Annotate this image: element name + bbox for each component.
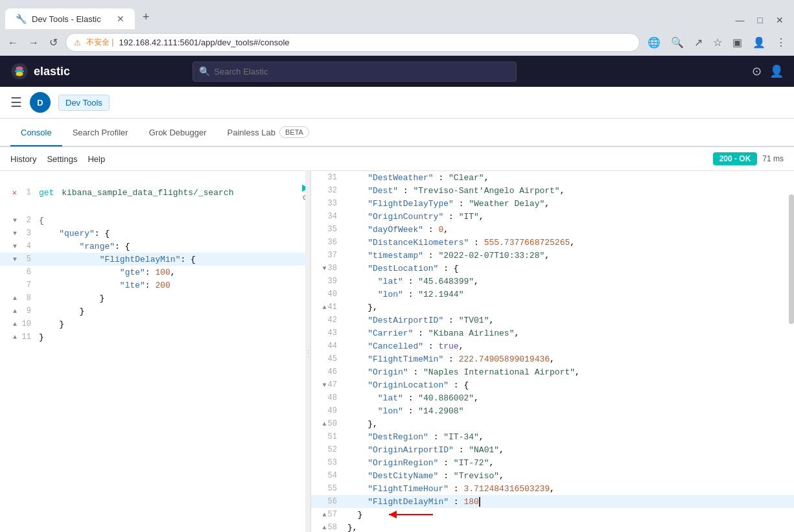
editor-content[interactable]: ✕ 1 get kibana_sample_data_flights/_sear… bbox=[0, 171, 310, 532]
tab-search-profiler[interactable]: Search Profiler bbox=[62, 120, 139, 146]
line-gutter: ▼ 2 bbox=[0, 216, 34, 225]
translate-button[interactable]: 🌐 bbox=[645, 34, 663, 51]
result-gutter: 32 bbox=[311, 186, 342, 195]
line-code: } bbox=[34, 332, 310, 343]
line-number: 9 bbox=[18, 306, 31, 316]
result-line: 46 "Origin" : "Naples International Airp… bbox=[311, 365, 794, 378]
result-line: 34 "OriginCountry" : "IT", bbox=[311, 210, 794, 223]
line-number: 6 bbox=[18, 268, 31, 277]
line-gutter: 6 bbox=[0, 268, 34, 277]
result-code: "DistanceKilometers" : 555.7377668725265… bbox=[342, 237, 794, 248]
line-gutter: ▲ 10 bbox=[0, 319, 34, 329]
result-gutter: ▼47 bbox=[311, 380, 342, 389]
line-gutter: ▼ 3 bbox=[0, 229, 34, 238]
result-line: 54 "DestCityName" : "Treviso", bbox=[311, 469, 794, 482]
bookmark-button[interactable]: ☆ bbox=[710, 34, 725, 51]
result-gutter: 37 bbox=[311, 251, 342, 260]
result-line: 33 "FlightDelayType" : "Weather Delay", bbox=[311, 197, 794, 210]
elastic-search-input[interactable] bbox=[193, 62, 517, 82]
fold-icon[interactable]: ▼ bbox=[13, 230, 17, 237]
results-panel: 31 "DestWeather" : "Clear", 32 "Dest" : … bbox=[311, 171, 794, 532]
sidebar-view-button[interactable]: ▣ bbox=[730, 34, 745, 51]
address-warning-icon: ⚠ bbox=[74, 38, 81, 47]
elastic-logo[interactable]: elastic bbox=[10, 62, 70, 80]
result-gutter: 33 bbox=[311, 199, 342, 208]
address-text: 192.168.42.111:5601/app/dev_tools#/conso… bbox=[119, 38, 289, 47]
new-tab-button[interactable]: + bbox=[135, 5, 158, 29]
editor-line: ▼ 4 "range": { bbox=[0, 240, 310, 253]
line-number: 5 bbox=[18, 255, 31, 264]
result-gutter: 34 bbox=[311, 212, 342, 221]
result-line: 43 "Carrier" : "Kibana Airlines", bbox=[311, 327, 794, 340]
tab-grok-debugger[interactable]: Grok Debugger bbox=[139, 120, 217, 146]
line-number: 8 bbox=[18, 294, 31, 303]
result-gutter: ▲41 bbox=[311, 303, 342, 312]
editor-panel: ✕ 1 get kibana_sample_data_flights/_sear… bbox=[0, 171, 311, 532]
tab-title: Dev Tools - Elastic bbox=[32, 14, 101, 24]
elastic-search-wrap: 🔍 bbox=[193, 62, 517, 82]
result-line: ▲50 }, bbox=[311, 417, 794, 430]
fold-icon[interactable]: ▼ bbox=[13, 217, 17, 224]
maximize-button[interactable]: □ bbox=[753, 14, 768, 27]
result-code: "DestLocation" : { bbox=[342, 263, 794, 274]
fold-icon[interactable]: ▲ bbox=[13, 321, 17, 328]
result-code: "Cancelled" : true, bbox=[342, 341, 794, 352]
profile-button[interactable]: 👤 bbox=[750, 34, 768, 51]
result-line: 51 "DestRegion" : "IT-34", bbox=[311, 430, 794, 443]
result-gutter: ▲57 bbox=[311, 510, 342, 519]
tab-close-button[interactable]: ✕ bbox=[117, 14, 124, 24]
browser-tab[interactable]: 🔧 Dev Tools - Elastic ✕ bbox=[5, 8, 135, 29]
line-gutter: ▼ 5 bbox=[0, 255, 34, 264]
line-gutter: ✕ 1 bbox=[0, 188, 34, 198]
result-gutter: 51 bbox=[311, 432, 342, 441]
result-gutter: 45 bbox=[311, 354, 342, 364]
settings-button[interactable]: Settings bbox=[47, 154, 77, 164]
tab-console[interactable]: Console bbox=[10, 120, 62, 146]
result-code: "DestCityName" : "Treviso", bbox=[342, 470, 794, 481]
zoom-button[interactable]: 🔍 bbox=[668, 34, 686, 51]
user-badge: D bbox=[30, 92, 51, 113]
result-code: "dayOfWeek" : 0, bbox=[342, 224, 794, 235]
editor-line-highlighted: ▼ 5 "FlightDelayMin": { bbox=[0, 253, 310, 266]
result-line: 35 "dayOfWeek" : 0, bbox=[311, 223, 794, 236]
fold-icon[interactable]: ▲ bbox=[13, 334, 17, 341]
result-code: "Dest" : "Treviso-Sant'Angelo Airport", bbox=[342, 185, 794, 196]
user-menu-button[interactable]: 👤 bbox=[769, 64, 784, 78]
result-gutter: 39 bbox=[311, 277, 342, 286]
hamburger-menu-button[interactable]: ☰ bbox=[10, 95, 22, 110]
line-code: "query": { bbox=[34, 228, 310, 239]
history-button[interactable]: History bbox=[10, 154, 36, 164]
fold-icon[interactable]: ▲ bbox=[13, 295, 17, 302]
result-line: 36 "DistanceKilometers" : 555.7377668725… bbox=[311, 236, 794, 249]
address-bar[interactable]: ⚠ 不安全 | 192.168.42.111:5601/app/dev_tool… bbox=[65, 33, 640, 52]
close-window-button[interactable]: ✕ bbox=[771, 14, 789, 27]
fold-icon[interactable]: ▼ bbox=[13, 256, 17, 263]
share-button[interactable]: ↗ bbox=[692, 34, 705, 51]
nav-forward-button[interactable]: → bbox=[26, 34, 41, 51]
result-line: 44 "Cancelled" : true, bbox=[311, 340, 794, 353]
result-gutter: 36 bbox=[311, 238, 342, 247]
status-badge: 200 - OK bbox=[713, 152, 758, 165]
status-time: 71 ms bbox=[762, 154, 784, 163]
panel-divider[interactable]: ⋮ bbox=[305, 171, 310, 532]
line-code: } bbox=[34, 306, 310, 317]
result-gutter: 46 bbox=[311, 367, 342, 376]
line-number: 10 bbox=[18, 319, 31, 329]
result-code: "OriginAirportID" : "NA01", bbox=[342, 445, 794, 456]
results-content[interactable]: 31 "DestWeather" : "Clear", 32 "Dest" : … bbox=[311, 171, 794, 532]
minimize-button[interactable]: — bbox=[730, 14, 750, 27]
fold-icon[interactable]: ▲ bbox=[13, 308, 17, 315]
menu-button[interactable]: ⋮ bbox=[773, 34, 789, 51]
tab-painless-lab[interactable]: Painless Lab BETA bbox=[217, 119, 320, 147]
nav-reload-button[interactable]: ↺ bbox=[47, 34, 60, 51]
beta-badge: BETA bbox=[279, 126, 309, 138]
kibana-icon-button[interactable]: ⊙ bbox=[752, 64, 762, 78]
nav-back-button[interactable]: ← bbox=[5, 34, 21, 51]
result-line: 37 "timestamp" : "2022-02-07T10:33:28", bbox=[311, 249, 794, 262]
svg-point-3 bbox=[16, 72, 23, 76]
result-gutter: 54 bbox=[311, 471, 342, 480]
red-arrow-annotation bbox=[382, 507, 434, 525]
results-scrollbar[interactable] bbox=[789, 194, 794, 324]
fold-icon[interactable]: ▼ bbox=[13, 243, 17, 250]
help-button[interactable]: Help bbox=[88, 154, 105, 164]
